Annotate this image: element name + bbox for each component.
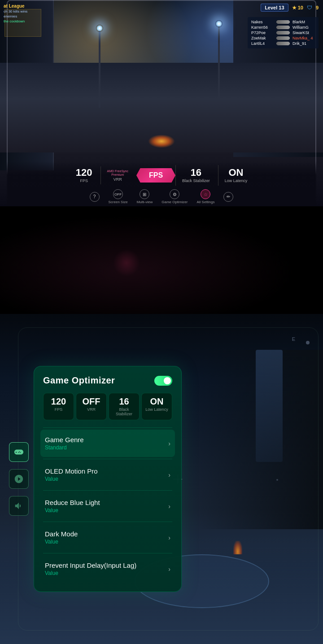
menu-item-reduce-blue-light[interactable]: Reduce Blue Light Value ›: [43, 492, 172, 520]
stat-black-label: Black Stabilizer: [182, 178, 210, 183]
stats-bar: 120 FPS AMD FreeSync Premium VRR FPS 16 …: [68, 165, 255, 186]
hud-bottom-bar: 120 FPS AMD FreeSync Premium VRR FPS 16 …: [7, 161, 316, 206]
score-row-5: Lar6lL4 Drik_91: [251, 41, 315, 46]
stat-black-value: 16: [191, 168, 201, 178]
stat-latency: ON Low Latency: [218, 165, 256, 186]
menu-item-input-delay[interactable]: Prevent Input Delay(Input Lag) Value ›: [43, 555, 172, 583]
menu-item-game-genre-label: Game Genre: [45, 436, 168, 444]
menu-item-dark-mode[interactable]: Dark Mode Value ›: [43, 524, 172, 551]
hud-shield-icon: 🛡: [307, 4, 312, 11]
menu-item-reduce-blue-light-label: Reduce Blue Light: [45, 499, 168, 506]
menu-item-input-delay-value: Value: [45, 570, 168, 576]
mini-stat-black-label: Black Stabilizer: [112, 407, 136, 416]
edit-icon[interactable]: ✏: [223, 192, 233, 202]
lamp-right: [218, 22, 220, 99]
mini-stat-latency-label: Low Latency: [144, 407, 169, 412]
menu-item-dark-mode-value: Value: [45, 539, 168, 545]
kill-feed-item-2: enemies: [4, 14, 27, 18]
menu-item-game-genre[interactable]: Game Genre Standard ›: [40, 430, 175, 457]
menu-all-settings-label: All Settings: [196, 200, 214, 204]
stat-fps-label: FPS: [80, 178, 88, 183]
middle-glow: [113, 249, 140, 276]
screen-size-icon[interactable]: OFF: [113, 189, 123, 199]
hud-score: ★ 10: [292, 5, 303, 11]
lamp-left: [99, 27, 100, 108]
kill-feed-item-3: the cooldown: [4, 19, 27, 23]
mini-stat-black: 16 Black Stabilizer: [109, 393, 140, 420]
mini-stats: 120 FPS OFF VRR 16 Black Stabilizer ON L…: [43, 393, 172, 420]
menu-item-reduce-blue-light-text: Reduce Blue Light Value: [45, 499, 168, 513]
stat-latency-label: Low Latency: [225, 178, 248, 183]
score-name-1: Nakes: [251, 20, 274, 24]
menu-edit[interactable]: ✏: [223, 192, 233, 202]
help-icon[interactable]: ?: [90, 192, 100, 202]
divider-0: [43, 427, 172, 428]
sidebar-icon-audio[interactable]: [9, 496, 29, 516]
top-game-section: at League ch 30 kills wins enemies the c…: [0, 0, 323, 206]
muzzle-flash: [148, 135, 175, 148]
stat-vrr-brand2: Premium: [111, 173, 124, 176]
divider-4: [43, 553, 172, 553]
sidebar-icon-display[interactable]: [9, 469, 29, 489]
score-weapon-2: [276, 26, 290, 29]
mini-stat-vrr-value: OFF: [79, 397, 104, 406]
menu-arrow-0: ›: [168, 440, 170, 447]
menu-multi-view[interactable]: ⊞ Multi-view: [137, 189, 153, 204]
scoreboard: Nakes BlarkM Karren56 WilliamG P72Poe Si…: [248, 17, 319, 48]
waterfall: [256, 350, 283, 462]
score-weapon-4: [276, 36, 290, 40]
menu-help[interactable]: ?: [90, 192, 100, 202]
score-name-3: P72Poe: [251, 30, 274, 35]
torch-light: [233, 541, 242, 554]
menu-arrow-2: ›: [168, 503, 170, 510]
score-name-4: ZoeMak: [251, 36, 274, 40]
stat-vrr-label: VRR: [113, 177, 122, 182]
mini-stat-fps-value: 120: [46, 397, 71, 406]
game-optimizer-icon[interactable]: ⚙: [170, 189, 179, 199]
menu-game-optimizer[interactable]: ⚙ Game Optimizer: [162, 189, 188, 204]
kill-feed-title: at League: [4, 4, 27, 9]
mini-stat-latency-value: ON: [144, 397, 169, 406]
menu-item-oled-motion[interactable]: OLED Motion Pro Value ›: [43, 461, 172, 488]
sidebar-icon-gamepad[interactable]: [9, 442, 29, 462]
score-enemy-3: SiwarKSt: [292, 30, 315, 35]
all-settings-icon[interactable]: ☆: [201, 189, 210, 199]
menu-item-dark-mode-text: Dark Mode Value: [45, 530, 168, 545]
toggle-switch[interactable]: [154, 376, 172, 386]
score-weapon-1: [276, 20, 290, 24]
score-name-5: Lar6lL4: [251, 41, 274, 46]
menu-item-input-delay-label: Prevent Input Delay(Input Lag): [45, 561, 168, 569]
menu-item-oled-motion-value: Value: [45, 476, 168, 482]
score-enemy-4: NavMka_ 4: [292, 36, 315, 40]
score-row-4: ZoeMak NavMka_ 4: [251, 36, 315, 40]
menu-game-optimizer-label: Game Optimizer: [162, 200, 188, 204]
score-enemy-1: BlarkM: [292, 20, 315, 24]
menu-screen-size[interactable]: OFF Screen Size: [109, 189, 128, 204]
mini-stat-vrr-label: VRR: [79, 407, 104, 412]
stat-black: 16 Black Stabilizer: [175, 165, 218, 186]
multi-view-icon[interactable]: ⊞: [140, 189, 149, 199]
divider-1: [43, 459, 172, 459]
divider-3: [43, 522, 172, 522]
score-row-2: Karren56 WilliamG: [251, 25, 315, 30]
menu-all-settings[interactable]: ☆ All Settings: [196, 189, 214, 204]
stat-latency-value: ON: [228, 168, 243, 178]
mini-stat-fps-label: FPS: [46, 407, 71, 412]
optimizer-panel: Game Optimizer 120 FPS OFF VRR 16 Black …: [34, 366, 182, 592]
menu-item-input-delay-text: Prevent Input Delay(Input Lag) Value: [45, 561, 168, 576]
score-row-1: Nakes BlarkM: [251, 20, 315, 24]
menu-item-oled-motion-label: OLED Motion Pro: [45, 467, 168, 475]
hud-top-bar: Level 13 ★ 10 🛡 9: [261, 4, 319, 12]
audio-icon: [14, 501, 24, 511]
score-row-3: P72Poe SiwarKSt: [251, 30, 315, 35]
menu-arrow-3: ›: [168, 534, 170, 541]
mini-stat-fps: 120 FPS: [43, 393, 74, 420]
scene-dot-2: [276, 479, 278, 481]
menu-screen-size-label: Screen Size: [109, 200, 128, 204]
menu-item-dark-mode-label: Dark Mode: [45, 530, 168, 538]
stat-vrr-brand: AMD FreeSync: [107, 170, 128, 173]
menu-item-game-genre-text: Game Genre Standard: [45, 436, 168, 451]
stat-fps-value: 120: [76, 168, 92, 178]
menu-arrow-4: ›: [168, 566, 170, 573]
kill-feed-item-1: ch 30 kills wins: [4, 9, 27, 13]
